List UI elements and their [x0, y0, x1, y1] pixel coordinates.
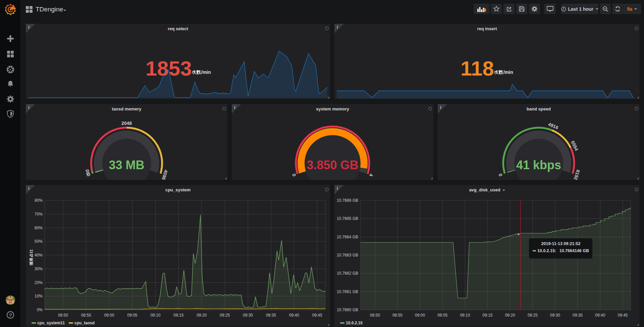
- svg-text:09:40: 09:40: [289, 313, 299, 318]
- svg-text:30%: 30%: [35, 267, 43, 271]
- svg-text:09:30: 09:30: [550, 313, 560, 318]
- svg-text:4: 4: [368, 173, 374, 177]
- svg-text:50%: 50%: [35, 239, 43, 244]
- svg-text:09:10: 09:10: [150, 313, 160, 318]
- svg-text:09:00: 09:00: [104, 313, 114, 318]
- svg-text:33 MB: 33 MB: [109, 158, 144, 172]
- svg-text:10.7666 GB: 10.7666 GB: [337, 198, 358, 203]
- svg-text:09:00: 09:00: [415, 313, 425, 318]
- svg-text:80%: 80%: [35, 198, 43, 203]
- svg-text:0%: 0%: [37, 308, 43, 312]
- svg-text:08:50: 08:50: [58, 313, 68, 318]
- svg-text:09:10: 09:10: [460, 313, 470, 318]
- svg-text:09:05: 09:05: [127, 313, 137, 318]
- svg-text:3.850 GB: 3.850 GB: [307, 158, 358, 172]
- svg-text:0: 0: [497, 173, 503, 177]
- svg-text:0: 0: [291, 173, 297, 177]
- svg-text:80: 80: [85, 169, 91, 175]
- svg-text:70%: 70%: [35, 212, 43, 217]
- svg-text:09:35: 09:35: [573, 313, 583, 318]
- svg-text:2048: 2048: [121, 121, 132, 126]
- svg-text:41 kbps: 41 kbps: [516, 158, 561, 172]
- svg-text:08:55: 08:55: [392, 313, 402, 318]
- svg-text:10.7663 GB: 10.7663 GB: [337, 253, 358, 258]
- svg-text:09:40: 09:40: [595, 313, 605, 318]
- svg-text:09:20: 09:20: [197, 313, 207, 318]
- svg-text:60%: 60%: [35, 226, 43, 230]
- svg-text:09:15: 09:15: [173, 313, 183, 318]
- svg-text:10.7664 GB: 10.7664 GB: [337, 235, 358, 239]
- svg-text:10.7661 GB: 10.7661 GB: [337, 289, 358, 294]
- svg-text:09:20: 09:20: [505, 313, 515, 318]
- svg-text:08:55: 08:55: [81, 313, 91, 318]
- svg-text:20%: 20%: [35, 280, 43, 285]
- svg-text:09:05: 09:05: [437, 313, 447, 318]
- svg-text:08:50: 08:50: [370, 313, 380, 318]
- svg-text:09:25: 09:25: [528, 313, 538, 318]
- svg-text:40%: 40%: [35, 253, 43, 258]
- svg-text:09:35: 09:35: [266, 313, 276, 318]
- svg-text:10.7660 GB: 10.7660 GB: [337, 308, 358, 312]
- svg-text:09:30: 09:30: [243, 313, 253, 318]
- svg-text:10.7665 GB: 10.7665 GB: [337, 216, 358, 221]
- svg-text:09:25: 09:25: [220, 313, 230, 318]
- svg-text:10%: 10%: [35, 294, 43, 298]
- svg-text:09:45: 09:45: [618, 313, 628, 318]
- svg-text:09:45: 09:45: [312, 313, 322, 318]
- svg-text:09:15: 09:15: [483, 313, 493, 318]
- svg-text:10.7662 GB: 10.7662 GB: [337, 271, 358, 276]
